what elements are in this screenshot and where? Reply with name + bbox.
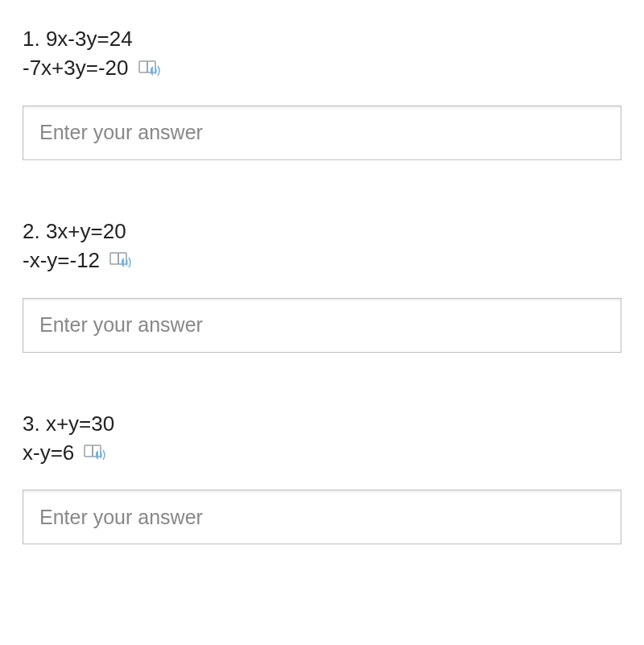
question-line-2: x-y=6 xyxy=(23,438,74,467)
read-aloud-icon[interactable] xyxy=(138,58,163,79)
read-aloud-icon[interactable] xyxy=(84,442,108,463)
svg-rect-4 xyxy=(85,445,93,457)
question-block-1: 1. 9x-3y=24 -7x+3y=-20 xyxy=(23,24,621,160)
question-block-2: 2. 3x+y=20 -x-y=-12 xyxy=(23,217,621,353)
question-line-1: 3. x+y=30 xyxy=(23,409,621,438)
question-line-2-row: -7x+3y=-20 xyxy=(23,53,621,82)
question-line-2: -x-y=-12 xyxy=(23,246,100,275)
answer-input-3[interactable] xyxy=(23,490,621,544)
question-text: 2. 3x+y=20 -x-y=-12 xyxy=(23,217,621,275)
question-line-2-row: -x-y=-12 xyxy=(23,246,621,275)
question-text: 1. 9x-3y=24 -7x+3y=-20 xyxy=(23,24,621,83)
svg-rect-2 xyxy=(110,253,118,264)
question-line-1: 2. 3x+y=20 xyxy=(23,217,621,246)
svg-rect-0 xyxy=(139,61,147,72)
question-line-2-row: x-y=6 xyxy=(23,438,621,467)
question-block-3: 3. x+y=30 x-y=6 xyxy=(23,409,621,545)
answer-input-2[interactable] xyxy=(23,298,621,353)
answer-input-1[interactable] xyxy=(23,105,621,160)
question-line-2: -7x+3y=-20 xyxy=(23,53,129,82)
read-aloud-icon[interactable] xyxy=(109,250,134,271)
question-text: 3. x+y=30 x-y=6 xyxy=(23,409,621,468)
question-line-1: 1. 9x-3y=24 xyxy=(23,24,621,53)
